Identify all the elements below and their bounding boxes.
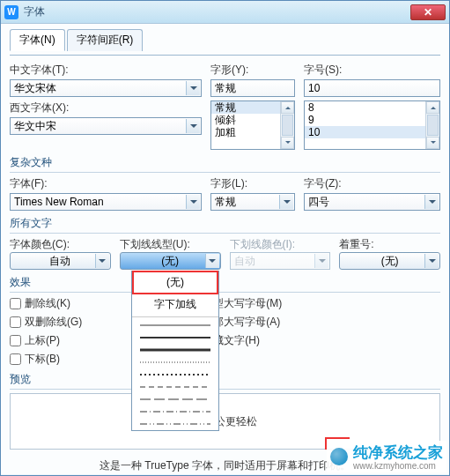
west-font-combo[interactable]: 华文中宋 bbox=[10, 117, 202, 135]
chevron-down-icon bbox=[424, 195, 439, 209]
scroll-down-icon[interactable] bbox=[281, 137, 294, 149]
strike-label: 删除线(K) bbox=[25, 296, 70, 311]
titlebar: W 字体 ✕ bbox=[1, 1, 449, 24]
size-combo[interactable]: 10 bbox=[304, 79, 440, 97]
chevron-down-icon bbox=[186, 195, 200, 209]
cn-font-value: 华文宋体 bbox=[14, 81, 56, 96]
scrollbar[interactable] bbox=[280, 101, 294, 149]
close-button[interactable]: ✕ bbox=[410, 4, 446, 20]
scrollbar[interactable] bbox=[425, 101, 439, 149]
tab-strip: 字体(N) 字符间距(R) bbox=[10, 29, 440, 51]
effects-group: 效果 bbox=[10, 275, 440, 293]
superscript-checkbox[interactable]: 上标(P) bbox=[10, 333, 82, 348]
tab-font[interactable]: 字体(N) bbox=[10, 29, 65, 51]
tab-spacing[interactable]: 字符间距(R) bbox=[67, 29, 144, 51]
style-listbox[interactable]: 常规 倾斜 加粗 bbox=[210, 100, 295, 150]
underline-dropdown[interactable]: (无) 字下加线 bbox=[131, 271, 219, 431]
watermark-name: 纯净系统之家 bbox=[353, 444, 443, 461]
emphasis-value: (无) bbox=[381, 254, 399, 269]
window-title: 字体 bbox=[24, 4, 410, 19]
style-l-label: 字形(L): bbox=[210, 176, 295, 191]
scroll-up-icon[interactable] bbox=[281, 101, 294, 114]
style-value: 常规 bbox=[215, 81, 236, 96]
preview-group: 预览 bbox=[10, 372, 440, 390]
style-l-value: 常规 bbox=[215, 195, 236, 210]
list-item[interactable]: 9 bbox=[305, 114, 439, 126]
style-label: 字形(Y): bbox=[210, 63, 295, 78]
dbl-strike-checkbox[interactable]: 双删除线(G) bbox=[10, 315, 82, 330]
watermark-url: www.kzmyhome.com bbox=[353, 461, 443, 471]
list-item[interactable]: 10 bbox=[305, 126, 439, 138]
style-l-combo[interactable]: 常规 bbox=[210, 193, 295, 211]
dropdown-line-thick[interactable] bbox=[132, 344, 218, 356]
dropdown-line-dash-dot[interactable] bbox=[132, 405, 218, 418]
checkbox-input[interactable] bbox=[10, 335, 21, 346]
checkbox-input[interactable] bbox=[10, 353, 21, 365]
strike-checkbox[interactable]: 删除线(K) bbox=[10, 296, 82, 311]
emphasis-combo[interactable]: (无) bbox=[339, 252, 440, 270]
font-dialog: W 字体 ✕ 字体(N) 字符间距(R) 中文字体(T): 华文宋体 字形(Y)… bbox=[0, 0, 450, 476]
subscript-checkbox[interactable]: 下标(B) bbox=[10, 352, 82, 367]
font-f-value: Times New Roman bbox=[14, 196, 104, 208]
west-font-label: 西文字体(X): bbox=[10, 100, 202, 115]
scroll-thumb[interactable] bbox=[427, 115, 439, 136]
font-color-value: 自动 bbox=[49, 254, 70, 269]
cn-font-label: 中文字体(T): bbox=[10, 63, 202, 78]
dropdown-line-long-dash[interactable] bbox=[132, 393, 218, 405]
checkbox-input[interactable] bbox=[10, 298, 21, 309]
dbl-strike-label: 双删除线(G) bbox=[25, 315, 82, 330]
superscript-label: 上标(P) bbox=[25, 333, 60, 348]
watermark: 纯净系统之家 www.kzmyhome.com bbox=[327, 441, 446, 472]
size-z-label: 字号(Z): bbox=[304, 176, 440, 191]
west-font-value: 华文中宋 bbox=[14, 119, 56, 134]
scroll-up-icon[interactable] bbox=[426, 101, 439, 114]
underline-type-combo[interactable]: (无) bbox=[120, 252, 221, 270]
dropdown-item-words-only[interactable]: 字下加线 bbox=[132, 294, 218, 315]
subscript-label: 下标(B) bbox=[25, 352, 60, 367]
app-icon: W bbox=[4, 5, 18, 19]
size-label: 字号(S): bbox=[304, 63, 440, 78]
cn-font-combo[interactable]: 华文宋体 bbox=[10, 79, 202, 97]
scroll-thumb[interactable] bbox=[282, 115, 293, 136]
dropdown-line-dash-dot-dot[interactable] bbox=[132, 418, 218, 430]
font-color-label: 字体颜色(C): bbox=[10, 238, 70, 250]
dropdown-line-thin[interactable] bbox=[132, 319, 218, 331]
dropdown-line-dotted-thick[interactable] bbox=[132, 368, 218, 381]
underline-color-combo: 自动 bbox=[230, 252, 331, 270]
font-f-combo[interactable]: Times New Roman bbox=[10, 193, 202, 211]
list-item[interactable]: 8 bbox=[305, 101, 439, 114]
dropdown-line-dotted[interactable] bbox=[132, 356, 218, 368]
chevron-down-icon bbox=[279, 195, 293, 209]
complex-scripts-group: 复杂文种 bbox=[10, 155, 440, 173]
underline-color-label: 下划线颜色(I): bbox=[230, 238, 296, 250]
size-listbox[interactable]: 8 9 10 bbox=[304, 100, 440, 150]
style-combo[interactable]: 常规 bbox=[210, 79, 295, 97]
emphasis-label: 着重号: bbox=[339, 238, 373, 250]
underline-value: (无) bbox=[161, 254, 179, 269]
all-text-group: 所有文字 bbox=[10, 216, 440, 234]
chevron-down-icon bbox=[186, 119, 200, 133]
underline-type-label: 下划线线型(U): bbox=[120, 238, 190, 250]
dropdown-line-medium[interactable] bbox=[132, 331, 218, 344]
size-z-combo[interactable]: 四号 bbox=[304, 193, 440, 211]
chevron-down-icon bbox=[424, 254, 439, 268]
underline-color-value: 自动 bbox=[234, 254, 255, 269]
font-f-label: 字体(F): bbox=[10, 176, 202, 191]
scroll-down-icon[interactable] bbox=[426, 137, 439, 149]
font-color-combo[interactable]: 自动 bbox=[10, 252, 111, 270]
checkbox-input[interactable] bbox=[10, 316, 21, 328]
chevron-down-icon bbox=[95, 254, 109, 268]
size-value: 10 bbox=[308, 82, 320, 94]
size-z-value: 四号 bbox=[308, 195, 329, 210]
dropdown-item-none[interactable]: (无) bbox=[132, 271, 218, 294]
chevron-down-icon bbox=[205, 254, 219, 268]
watermark-icon bbox=[330, 448, 348, 465]
chevron-down-icon bbox=[186, 81, 200, 95]
chevron-down-icon bbox=[314, 254, 328, 268]
dropdown-line-dash[interactable] bbox=[132, 381, 218, 393]
